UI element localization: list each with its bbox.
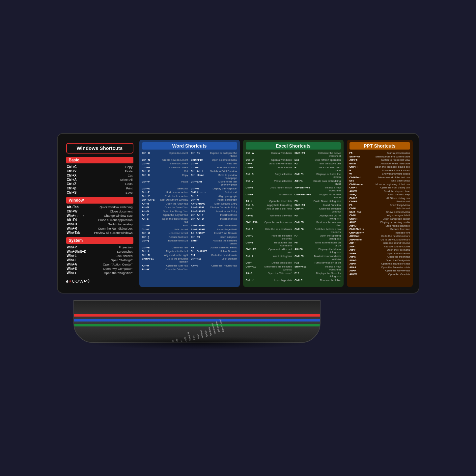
sc-alt-shift-x: Alt+Shift+XInsert Index Entry [191, 210, 237, 213]
shortcut-win-tab: Win+TabPreview all current windows [66, 231, 133, 235]
shortcut-win-plus: Win++Open the "Magnifier" [66, 271, 133, 275]
word-shortcuts-panel: Word Shortcuts Ctrl+OOpen document Ctrl+… [139, 140, 240, 287]
windows-shortcuts-title: Windows Shortcuts [77, 145, 123, 151]
system-shortcuts-list: Win+PProjection Win+Shift+DScreenshot Wi… [66, 245, 133, 275]
sc-alt-shift-o: Alt+Shift+OMark Catalog Entry [191, 202, 237, 205]
sc-ctrl-v: Ctrl+VPaste [142, 180, 188, 186]
sc-ctrl-u: Ctrl+UUnderline format [142, 232, 188, 235]
shortcut-undo: Ctrl+ZUndo [66, 182, 133, 186]
sc-alt-shift-p: Alt+Shift+PInsert Page Field [191, 228, 237, 231]
shortcut-cut: Ctrl+XCut [66, 174, 133, 177]
basic-section-header: Basic [66, 157, 133, 163]
sc-ctrl-b-word: Ctrl+BBold [142, 224, 188, 227]
mousepad-scene: Windows Shortcuts Basic Ctrl+CCopy Ctrl+… [57, 133, 419, 343]
sc-ctrl-end: Ctrl+EndMove to the last preview page [191, 180, 237, 186]
sc-ctrl-f1: Ctrl+F1Expand or collapse the ribbon [191, 152, 237, 157]
excel-shortcuts-panel: Excel Shortcuts Ctrl+WClose a workbook S… [243, 140, 344, 287]
sc-alt-s: Alt+SOpen the 'References' tab [142, 217, 188, 223]
shortcut-win-i: Win+IOpen "Settings" [66, 258, 133, 262]
sc-ctrl-a: Ctrl+ASelect All [142, 187, 188, 190]
shortcut-win-e: Win+EOpen "My Computer" [66, 267, 133, 270]
shortcut-alt-f4: Alt+F4Close current application [66, 218, 133, 222]
sc-shift-f10: Shift+F10Open a context menu [191, 158, 237, 161]
sc-shift-sel: Shift+↑↓←→Select text [191, 191, 237, 194]
sc-alt-g-word: Alt+GOpen the 'Design' tab [142, 210, 188, 213]
sc-ctrl-m: Ctrl+MIndent paragraph [191, 198, 237, 201]
sc-alt-m: Alt+MOpen the 'Mail' tab [142, 264, 188, 267]
shortcut-print: Ctrl+pPrint [66, 186, 133, 190]
roll-red-stripe [74, 314, 320, 317]
sc-ctrl-j: Ctrl+JAlign paragraph [191, 195, 237, 198]
sc-ctrl-brac-r: Ctrl+]Increase font size [142, 239, 188, 245]
shortcut-ctrl-w: Ctrl+WClose document [66, 210, 133, 213]
window-shortcuts-list: Alt+TabQuick window switching Ctrl+WClos… [66, 205, 133, 235]
sc-ctrl-c: Ctrl+CCopy [142, 174, 188, 180]
brand-logo: eXCOVIP® [66, 279, 133, 284]
sc-ctrl-alt-f: Ctrl+Alt+FInsert footnote [191, 213, 237, 216]
sc-ctrl-home: Ctrl+HomeMove to preview homepage [191, 174, 237, 180]
shortcut-win-a: Win+AOpen "Action Center" [66, 263, 133, 266]
word-shortcuts-list: Ctrl+OOpen document Ctrl+F1Expand or col… [142, 152, 237, 271]
sc-ctrl-f: Ctrl+FFind text [191, 162, 237, 165]
shortcut-save: Ctrl+SSave [66, 191, 133, 194]
shortcut-copy: Ctrl+CCopy [66, 165, 133, 169]
shortcut-select-all: Ctrl+ASelect All [66, 178, 133, 182]
sc-ctrl-f11: Ctrl+F11Lock Domain [191, 257, 237, 263]
system-section-header: System [66, 237, 133, 244]
windows-shortcuts-panel: Windows Shortcuts Basic Ctrl+CCopy Ctrl+… [64, 140, 136, 287]
sc-alt-shift-i: Alt+Shift+ICitation Contents Entry [191, 206, 237, 209]
ppt-shortcuts-panel: PPT Shortcuts F5Start a presentation Shi… [347, 140, 413, 287]
sc-ctrl-alt-i: Ctrl+Alt+ISwitch to Print Preview [191, 170, 237, 173]
sc-ctrl-i-word: Ctrl+IItalic format [142, 228, 188, 231]
basic-shortcuts-list: Ctrl+CCopy Ctrl+VPaste Ctrl+XCut Ctrl+AS… [66, 165, 133, 194]
sc-ctrl-f9: Ctrl+F9Insert airspace [191, 236, 237, 238]
mousepad-flat: Windows Shortcuts Basic Ctrl+CCopy Ctrl+… [57, 133, 419, 294]
word-shortcuts-title: Word Shortcuts [142, 142, 237, 150]
windows-shortcuts-title-box: Windows Shortcuts [66, 143, 133, 154]
shortcut-win-d: Win+DSwitch to desktop [66, 222, 133, 226]
sc-enter-word: EnterActivate the selected button [191, 239, 237, 245]
sc-ctrl-y: Ctrl+YRedo the last action [142, 195, 188, 198]
sc-ctrl-p: Ctrl+PPrint a document [191, 166, 237, 169]
roll-blue-stripe [74, 319, 320, 322]
sc-ctrl-shift-f9: Ctrl+Shift+F9Unlink Domain [191, 250, 237, 253]
sc-ctrl-brac-l: Ctrl+[Reduce font size [142, 236, 188, 238]
window-section-header: Window [66, 197, 133, 204]
sc-alt-h: Alt+HOpen the 'Start' tab [142, 202, 188, 205]
sc-ctrl-e: Ctrl+ECentered Text [142, 246, 188, 249]
sc-alt-r-word: Alt+ROpen the 'Review' tab [191, 264, 237, 267]
sc-ctrl-alt-d: Ctrl+Alt+DInsert endnote [191, 217, 237, 223]
shortcut-alt-tab: Alt+TabQuick window switching [66, 205, 133, 209]
sc-alt-shift-d: Alt+Shift+DInsert Date Field [191, 224, 237, 227]
sc-f9-word: F9Update Selected Fields [191, 246, 237, 249]
excel-shortcuts-list: Ctrl+WClose a workbook Shift+F9Calculate… [246, 152, 341, 282]
shortcut-paste: Ctrl+VPaste [66, 169, 133, 173]
sc-ctrl-l-word: Ctrl+LAlign text to the left [142, 250, 188, 253]
shortcut-win-l: Win+LLock screen [66, 254, 133, 258]
shortcut-win-p: Win+PProjection [66, 245, 133, 249]
sc-ctrl-z: Ctrl+ZUndo recent action [142, 191, 188, 194]
sc-alt-shift-t: Alt+Shift+TInsert Time Domain [191, 232, 237, 235]
sc-ctrl-n: Ctrl+NCreate new document [142, 158, 188, 161]
sc-alt-p-word: Alt+POpen the 'Layout' tab [142, 213, 188, 216]
sc-alt-n-word: Alt+NOpen the 'Insert' tab [142, 206, 188, 209]
shortcut-win-arrows: Win+↑↓←→Change window size [66, 214, 133, 217]
ppt-shortcuts-list: F5Start a presentation Shift+F5Starting … [350, 152, 410, 276]
sc-ctrl-h: Ctrl+HDisplay the 'Replace' [191, 187, 237, 190]
shadow [83, 336, 314, 350]
sc-alt-w-word: Alt+WOpen the 'View' tab [142, 268, 188, 271]
excel-shortcuts-title: Excel Shortcuts [246, 142, 341, 150]
sc-ctrl-w: Ctrl+WClose document [142, 166, 188, 169]
sc-ctrl-s: Ctrl+SSave document [142, 162, 188, 165]
shortcut-win-shift-d: Win+Shift+DScreenshot [66, 250, 133, 253]
sc-shift-f11: Shift+F11Go to the previous domain [142, 257, 188, 263]
sc-ctrl-x: Ctrl+XCut [142, 170, 188, 173]
sc-ctrl-alt-s: Ctrl+Alt+SSplit Document Window [142, 198, 188, 201]
sc-ctrl-r-word: Ctrl+RAlign text to the right [142, 254, 188, 257]
sc-ctrl-o: Ctrl+OOpen document [142, 152, 188, 157]
sc-f11-word: F11Go to the next domain [191, 254, 237, 257]
ppt-shortcuts-title: PPT Shortcuts [350, 142, 410, 150]
shortcut-win-r: Win+ROpen the Run dialog box [66, 227, 133, 230]
rolled-mousepad: Copy Paste Cut Undo Select All Print Sav… [57, 290, 419, 343]
